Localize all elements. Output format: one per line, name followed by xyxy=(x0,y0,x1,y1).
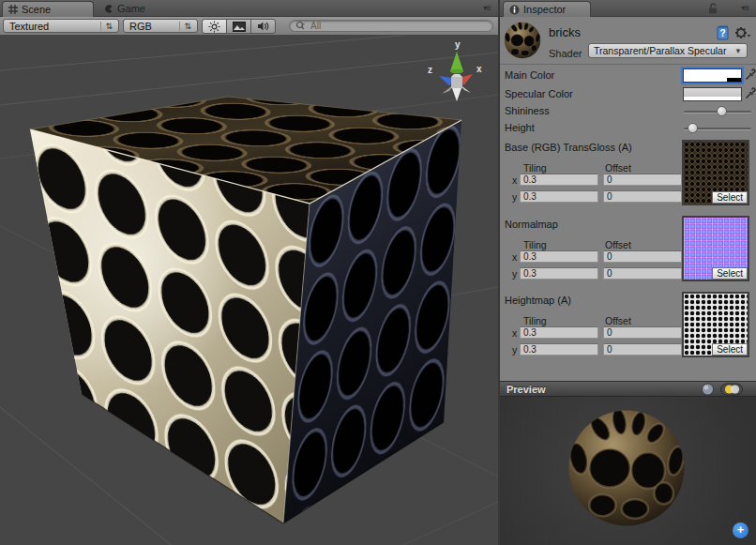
gizmo-y-label: y xyxy=(455,39,461,50)
heightmap-label: Heightmap (A) xyxy=(505,295,571,306)
game-icon xyxy=(103,4,113,14)
base-texture-thumbnail[interactable]: Select xyxy=(682,140,749,205)
scene-viewport[interactable]: y x z xyxy=(0,36,498,545)
lighting-toggle-button[interactable] xyxy=(202,19,227,34)
draw-mode-dropdown[interactable]: Textured ⇅ xyxy=(3,19,119,33)
color-mode-value: RGB xyxy=(129,21,174,32)
specular-color-alpha-bar xyxy=(684,97,741,100)
offset-header: Offset xyxy=(605,239,631,250)
preview-lighting-button[interactable] xyxy=(720,383,743,396)
tiling-header: Tiling xyxy=(523,315,547,326)
gizmo-z-label: z xyxy=(428,65,432,75)
tab-game[interactable]: Game xyxy=(103,0,145,17)
normalmap-label: Normalmap xyxy=(505,219,558,230)
image-icon xyxy=(233,22,246,32)
offset-header: Offset xyxy=(605,162,631,174)
scene-tabstrip: Scene Game ▾≡ xyxy=(0,0,498,17)
y-axis-label: y xyxy=(512,344,517,356)
normalmap-select-button[interactable]: Select xyxy=(712,267,748,280)
gizmo-center-cube[interactable] xyxy=(451,77,462,88)
normal-offset-y-input[interactable] xyxy=(603,267,682,280)
audio-toggle-button[interactable] xyxy=(250,19,276,34)
main-color-alpha-bar xyxy=(684,78,741,82)
x-axis-label: x xyxy=(512,174,517,186)
preview-shape-button[interactable] xyxy=(701,383,715,396)
tab-inspector-label: Inspector xyxy=(523,4,566,15)
search-input[interactable] xyxy=(309,20,487,32)
heightmap-thumbnail[interactable]: Select xyxy=(682,292,749,357)
scene-panel: Scene Game ▾≡ Textured ⇅ RGB ⇅ xyxy=(0,0,498,545)
search-icon xyxy=(295,21,307,31)
tab-scene-label: Scene xyxy=(22,4,51,15)
normalmap-thumbnail[interactable]: Select xyxy=(682,216,749,281)
shininess-slider-handle[interactable] xyxy=(717,106,727,116)
base-offset-x-input[interactable] xyxy=(603,174,682,186)
main-color-label: Main Color xyxy=(505,69,554,81)
shininess-label: Shininess xyxy=(505,105,550,116)
specular-color-swatch[interactable] xyxy=(683,87,742,101)
info-icon xyxy=(509,5,520,15)
tab-scene[interactable]: Scene xyxy=(2,1,94,17)
normal-tiling-x-input[interactable] xyxy=(520,250,598,263)
tiling-header: Tiling xyxy=(523,239,547,250)
help-icon[interactable]: ? xyxy=(716,25,730,40)
inspector-panel: Inspector ▾≡ bricks Shader Transparent/P… xyxy=(500,0,756,545)
height-offset-x-input[interactable] xyxy=(603,326,682,339)
shader-value: Transparent/Parallax Specular xyxy=(594,45,726,56)
x-axis-label: x xyxy=(512,251,517,263)
height-slider[interactable] xyxy=(684,123,751,134)
y-axis-label: y xyxy=(512,268,517,280)
gear-icon[interactable] xyxy=(734,25,751,40)
preview-bar[interactable]: Preview xyxy=(500,381,756,397)
shininess-slider[interactable] xyxy=(684,106,751,117)
preview-title: Preview xyxy=(507,384,546,395)
effects-toggle-button[interactable] xyxy=(226,19,251,34)
height-tiling-y-input[interactable] xyxy=(520,343,598,356)
material-name: bricks xyxy=(549,25,581,39)
material-ball-icon xyxy=(504,22,541,59)
specular-color-label: Specular Color xyxy=(505,88,573,99)
offset-header: Offset xyxy=(605,315,631,326)
speaker-icon xyxy=(257,21,269,32)
shader-dropdown[interactable]: Transparent/Parallax Specular ▼ xyxy=(588,43,748,58)
base-offset-y-input[interactable] xyxy=(603,190,682,203)
preview-material-sphere xyxy=(567,408,687,528)
normal-offset-x-input[interactable] xyxy=(603,250,682,263)
base-texture-label: Base (RGB) TransGloss (A) xyxy=(505,142,632,153)
base-tiling-y-input[interactable] xyxy=(520,190,598,203)
x-axis-label: x xyxy=(512,327,517,339)
dropdown-arrows-icon: ⇅ xyxy=(179,22,191,31)
sun-icon xyxy=(208,21,220,33)
lock-icon[interactable] xyxy=(708,3,718,14)
gizmo-x-label: x xyxy=(476,64,482,74)
inspector-panel-menu-icon[interactable]: ▾≡ xyxy=(741,3,748,13)
heightmap-select-button[interactable]: Select xyxy=(712,343,748,356)
scene-panel-menu-icon[interactable]: ▾≡ xyxy=(483,3,491,13)
inspector-tabstrip: Inspector ▾≡ xyxy=(500,0,756,17)
height-offset-y-input[interactable] xyxy=(603,343,682,356)
tiling-header: Tiling xyxy=(523,162,547,174)
eyedropper-icon[interactable] xyxy=(745,86,756,99)
dropdown-arrows-icon: ⇅ xyxy=(100,22,113,31)
draw-mode-value: Textured xyxy=(9,21,95,32)
base-select-button[interactable]: Select xyxy=(712,191,748,204)
preview-viewport[interactable]: + xyxy=(500,397,756,545)
chevron-down-icon: ▼ xyxy=(734,47,742,55)
add-button[interactable]: + xyxy=(733,522,748,538)
height-label: Height xyxy=(505,122,535,133)
scene-toolbar: Textured ⇅ RGB ⇅ xyxy=(0,17,498,36)
svg-text:?: ? xyxy=(720,28,726,38)
y-axis-label: y xyxy=(512,191,517,203)
height-tiling-x-input[interactable] xyxy=(520,326,598,339)
tab-game-label: Game xyxy=(117,3,145,14)
normal-tiling-y-input[interactable] xyxy=(520,267,598,280)
main-color-swatch[interactable] xyxy=(683,68,742,83)
height-slider-handle[interactable] xyxy=(688,123,698,133)
eyedropper-icon[interactable] xyxy=(745,68,756,81)
color-mode-dropdown[interactable]: RGB ⇅ xyxy=(123,19,198,33)
tab-inspector[interactable]: Inspector xyxy=(503,1,591,17)
scene-search-field xyxy=(289,20,493,32)
shader-label: Shader xyxy=(549,48,582,59)
base-tiling-x-input[interactable] xyxy=(520,174,598,186)
grid-icon xyxy=(8,5,18,14)
